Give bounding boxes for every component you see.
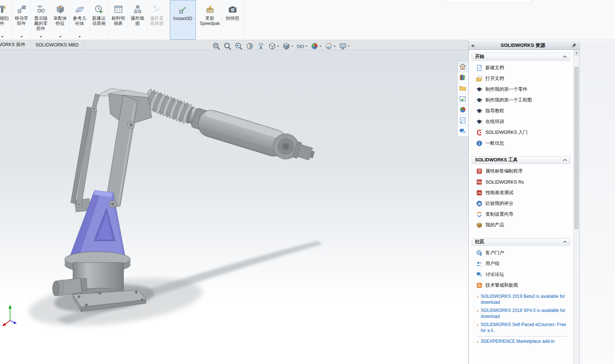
- dropdown-caret-icon[interactable]: [40, 36, 42, 38]
- taskpane-item-performance-benchmark[interactable]: 性能基准测试: [476, 187, 570, 198]
- newdoc-icon: [476, 65, 482, 71]
- collapse-taskpane-button[interactable]: «: [471, 41, 474, 49]
- headsup-hide-show-items-button[interactable]: [295, 41, 309, 51]
- taskpane-item-technical-alerts-news[interactable]: 技术警戒和新闻: [476, 280, 570, 291]
- taskpane-item-copy-settings-wizard[interactable]: 复制设置向导: [476, 209, 570, 220]
- ribbon-button-bill-of-materials[interactable]: 材料明 细表: [109, 0, 128, 40]
- section-header[interactable]: 开始: [472, 53, 570, 61]
- section-header[interactable]: 社区: [472, 238, 570, 246]
- graphics-viewport[interactable]: [0, 50, 468, 364]
- ribbon-button-update-speedpak[interactable]: 更新 Speedpak: [198, 0, 222, 40]
- ribbon-button-move-component[interactable]: 移动零 部件: [12, 0, 31, 40]
- dropdown-caret-icon[interactable]: [277, 46, 279, 47]
- news-link[interactable]: ›3DEXPERIENCE Marketplace add-in: [477, 339, 568, 345]
- side-tab-appearances-scenes[interactable]: [458, 104, 468, 115]
- section-collapse-icon[interactable]: [563, 159, 567, 161]
- headsup-display-style-button[interactable]: [281, 41, 295, 51]
- taskpane-item-tutorials[interactable]: 指导教程: [476, 106, 570, 116]
- dropdown-caret-icon[interactable]: [79, 36, 81, 38]
- reference-geometry-icon: [75, 4, 85, 14]
- ribbon-button-label: 移动零 部件: [15, 16, 28, 26]
- taskpane-item-make-first-drawing[interactable]: 制作我的第一个工程图: [476, 95, 570, 106]
- explode-line-sketch-icon: [152, 4, 162, 14]
- dropdown-caret-icon[interactable]: [20, 36, 23, 38]
- headsup-dynamic-annotation-views-button[interactable]: [255, 41, 267, 51]
- command-tab-solidworks-mbd[interactable]: SOLIDWORKS MBD: [31, 40, 84, 49]
- hide-show-items-icon: [296, 42, 305, 50]
- taskpane-item-label: SOLIDWORKS 入门: [485, 129, 528, 136]
- ribbon-button-label: 拍快照: [226, 16, 239, 21]
- scrollbar-thumb[interactable]: [574, 67, 579, 229]
- taskpane-item-customer-portal[interactable]: 客户门户: [476, 248, 570, 258]
- taskpane-item-user-groups[interactable]: 用户组: [476, 258, 570, 269]
- take-snapshot-icon: [228, 4, 238, 14]
- ribbon-button-take-snapshot[interactable]: 拍快照: [222, 0, 243, 40]
- headsup-edit-appearance-button[interactable]: [309, 41, 323, 51]
- taskpane-item-solidworks-fundamentals[interactable]: SOLIDWORKS 入门: [476, 127, 570, 138]
- headsup-zoom-to-fit-button[interactable]: [211, 41, 222, 51]
- ribbon-button-label: 更新 Speedpak: [200, 16, 220, 26]
- side-tab-custom-properties[interactable]: [458, 115, 468, 126]
- section-title: 社区: [475, 239, 484, 245]
- dropdown-caret-icon[interactable]: [348, 46, 350, 47]
- appearance-icon: [459, 106, 466, 113]
- news-link[interactable]: ›SOLIDWORKS Self-Paced eCourses: Free fo…: [477, 322, 568, 334]
- dropdown-caret-icon[interactable]: [305, 46, 308, 47]
- taskpane-item-discussion-forum[interactable]: 讨论论坛: [476, 269, 570, 280]
- taskpane-item-new-document[interactable]: 新建文档: [476, 62, 570, 73]
- ribbon-button-assembly-features[interactable]: 装配体 特征: [51, 0, 70, 40]
- side-tab-design-library[interactable]: [458, 72, 468, 83]
- pin-icon[interactable]: [571, 43, 577, 48]
- exploded-view-icon: [133, 4, 143, 14]
- taskpane-item-my-products[interactable]: 我的产品: [476, 220, 570, 231]
- headsup-apply-scene-button[interactable]: [323, 41, 337, 51]
- ribbon-button-show-hidden-components[interactable]: 显示隐 藏的零 部件: [31, 0, 51, 40]
- section-collapse-icon[interactable]: [563, 55, 567, 58]
- taskpane-item-property-tab-builder[interactable]: 属性标签编制程序: [476, 166, 570, 177]
- news-bullet-icon: ›: [477, 294, 478, 305]
- display-style-icon: [282, 42, 290, 50]
- ribbon-button-label: Instant3D: [173, 16, 192, 21]
- ribbon-button-reference-geometry[interactable]: 参考几 何体: [70, 0, 89, 40]
- dropdown-caret-icon[interactable]: [59, 36, 61, 38]
- headsup-zoom-to-area-button[interactable]: [222, 41, 233, 51]
- section-header[interactable]: SOLIDWORKS 工具: [472, 156, 570, 164]
- ribbon-button-new-motion-study[interactable]: 新建运 动算例: [89, 0, 109, 40]
- headsup-view-settings-button[interactable]: [337, 41, 351, 51]
- viewport-canvas[interactable]: [0, 50, 468, 364]
- dropdown-caret-icon[interactable]: [334, 46, 336, 47]
- dropdown-caret-icon[interactable]: [319, 46, 322, 47]
- scroll-up-button[interactable]: [574, 50, 579, 56]
- taskpane-item-open-document[interactable]: 打开文档: [476, 73, 570, 84]
- taskpane-scrollbar[interactable]: [573, 50, 579, 364]
- taskpane-item-make-first-part[interactable]: 制作我的第一个零件: [476, 84, 570, 95]
- home-icon: [459, 63, 466, 70]
- ribbon-button-instant3d[interactable]: Instant3D: [170, 0, 196, 40]
- side-tab-view-palette[interactable]: [458, 94, 468, 104]
- news-link[interactable]: ›SOLIDWORKS 2018 SP4.0 is available for …: [477, 308, 568, 319]
- lower-arm: [105, 95, 138, 209]
- dropdown-caret-icon[interactable]: [291, 46, 293, 47]
- side-tab-solidworks-resources[interactable]: [458, 61, 468, 72]
- instant3d-icon: [178, 5, 188, 15]
- taskpane-item-label: 制作我的第一个工程图: [485, 97, 532, 103]
- headsup-previous-view-button[interactable]: [233, 41, 244, 51]
- side-tab-file-explorer[interactable]: [458, 83, 468, 94]
- news-link[interactable]: ›SOLIDWORKS 2019 Beta3 is available for …: [477, 294, 568, 305]
- taskpane-item-solidworks-rx[interactable]: SOLIDWORKS Rx: [476, 177, 570, 187]
- news-divider: [477, 336, 567, 336]
- ribbon-button-label: 爆炸视 图: [131, 16, 144, 26]
- ribbon-button-exploded-view[interactable]: 爆炸视 图: [128, 0, 147, 40]
- headsup-section-view-button[interactable]: [244, 41, 255, 51]
- taskpane-item-general-information[interactable]: 一般信息: [476, 138, 570, 149]
- taskpane-item-label: 讨论论坛: [485, 271, 504, 278]
- command-tab-solidworks-addins[interactable]: SOLIDWORKS 插件: [0, 40, 31, 49]
- headsup-view-orientation-button[interactable]: [267, 41, 281, 51]
- gradcap-icon: [476, 119, 482, 125]
- ribbon-button-smart-fasteners[interactable]: 智能扣 件: [0, 0, 12, 40]
- dropdown-caret-icon[interactable]: [1, 36, 3, 38]
- side-tab-forum[interactable]: [458, 126, 468, 137]
- taskpane-item-online-training[interactable]: 在线培训: [476, 116, 570, 127]
- section-collapse-icon[interactable]: [563, 241, 567, 243]
- taskpane-item-compare-my-score[interactable]: 比较我的评分: [476, 198, 570, 209]
